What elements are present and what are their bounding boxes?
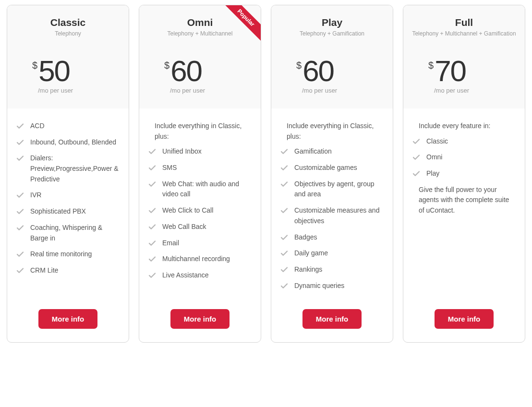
price-value: 50 (38, 56, 70, 86)
feature-item: Web Chat: with audio and video call (148, 179, 252, 200)
feature-text: SMS (162, 163, 252, 173)
card-body: ACDInbound, Outbound, BlendedDialers: Pr… (7, 108, 129, 305)
plan-subtitle: Telephony + Gamification (280, 30, 384, 37)
check-icon (16, 224, 24, 232)
plan-name: Play (280, 17, 384, 28)
feature-item: Dynamic queries (280, 281, 384, 291)
check-icon (16, 122, 24, 131)
feature-text: Web Call Back (162, 222, 252, 232)
feature-text: Web Chat: with audio and video call (162, 179, 252, 200)
currency-symbol: $ (428, 60, 434, 71)
check-icon (148, 164, 157, 172)
feature-text: Unified Inbox (162, 146, 252, 157)
more-info-button[interactable]: More info (302, 309, 362, 329)
plan-name: Full (412, 17, 516, 28)
feature-text: Rankings (294, 264, 384, 275)
card-footer: More info (403, 305, 525, 342)
plan-subtitle: Telephony + Multichannel + Gamification (412, 30, 516, 37)
feature-item: SMS (148, 163, 252, 173)
check-icon (412, 137, 421, 146)
price-period: /mo per user (280, 87, 384, 94)
feature-item: Objectives by agent, group and area (280, 179, 384, 200)
check-icon (412, 153, 421, 162)
check-icon (16, 154, 24, 163)
feature-item: Real time monitoring (16, 249, 120, 260)
price-period: /mo per user (412, 87, 516, 94)
feature-item: Web Click to Call (148, 205, 252, 216)
feature-text: Sophisticated PBX (30, 206, 120, 217)
plan-subtitle: Telephony + Multichannel (148, 30, 252, 37)
feature-item: Multichannel recording (148, 254, 252, 264)
check-icon (280, 233, 289, 242)
check-icon (16, 191, 24, 200)
currency-symbol: $ (296, 60, 302, 71)
check-icon (280, 282, 289, 290)
plan-intro: Include everything in Classic, plus: (155, 121, 252, 142)
more-info-button[interactable]: More info (38, 309, 98, 329)
pricing-card-full: FullTelephony + Multichannel + Gamificat… (403, 5, 525, 343)
more-info-button[interactable]: More info (170, 309, 230, 329)
price-period: /mo per user (148, 87, 252, 94)
price-row: $70 (412, 56, 516, 86)
feature-text: ACD (30, 121, 120, 132)
check-icon (148, 206, 157, 215)
plan-name: Classic (16, 17, 120, 28)
price-value: 60 (302, 56, 334, 86)
feature-text: Customizable measures and objectives (294, 205, 384, 226)
feature-item: Web Call Back (148, 222, 252, 232)
feature-item: IVR (16, 190, 120, 201)
feature-item: Email (148, 238, 252, 249)
check-icon (280, 164, 289, 172)
check-icon (280, 180, 289, 189)
feature-item: Live Assistance (148, 270, 252, 281)
feature-text: CRM Lite (30, 265, 120, 276)
feature-item: Play (412, 168, 516, 179)
feature-text: Coaching, Whispering & Barge in (30, 223, 120, 243)
feature-text: Dynamic queries (294, 281, 384, 291)
feature-item: Customizable measures and objectives (280, 205, 384, 226)
plan-intro: Include every feature in: (419, 121, 516, 132)
card-header: ClassicTelephony$50/mo per user (7, 5, 129, 108)
feature-text: Email (162, 238, 252, 249)
card-footer: More info (271, 305, 393, 342)
card-body: Include everything in Classic, plus:Unif… (139, 108, 261, 305)
card-body: Include every feature in:ClassicOmniPlay… (403, 108, 525, 305)
feature-text: Web Click to Call (162, 205, 252, 216)
feature-item: Dialers: Preview,Progressive,Power & Pre… (16, 153, 120, 184)
check-icon (16, 266, 24, 275)
card-footer: More info (139, 305, 261, 342)
card-header: FullTelephony + Multichannel + Gamificat… (403, 5, 525, 108)
price-row: $50 (16, 56, 120, 86)
feature-text: Objectives by agent, group and area (294, 179, 384, 200)
feature-item: CRM Lite (16, 265, 120, 276)
check-icon (16, 250, 24, 259)
pricing-card-play: PlayTelephony + Gamification$60/mo per u… (271, 5, 393, 343)
price-row: $60 (280, 56, 384, 86)
feature-text: Real time monitoring (30, 249, 120, 260)
check-icon (148, 147, 157, 156)
price-period: /mo per user (16, 87, 120, 94)
plan-outro: Give the full power to your agents with … (419, 185, 516, 216)
feature-item: Badges (280, 232, 384, 243)
feature-text: Omni (426, 152, 516, 163)
check-icon (280, 147, 289, 156)
pricing-card-classic: ClassicTelephony$50/mo per userACDInboun… (7, 5, 129, 343)
currency-symbol: $ (164, 60, 169, 71)
feature-item: Inbound, Outbound, Blended (16, 137, 120, 148)
check-icon (280, 249, 289, 258)
card-header: PlayTelephony + Gamification$60/mo per u… (271, 5, 393, 108)
feature-text: IVR (30, 190, 120, 201)
feature-text: Live Assistance (162, 270, 252, 281)
check-icon (280, 265, 289, 274)
check-icon (412, 169, 421, 178)
more-info-button[interactable]: More info (435, 309, 494, 329)
feature-item: Gamification (280, 146, 384, 157)
check-icon (148, 255, 157, 263)
feature-text: Customizable games (294, 163, 384, 173)
plan-subtitle: Telephony (16, 30, 120, 37)
check-icon (148, 223, 157, 231)
check-icon (16, 207, 24, 216)
currency-symbol: $ (32, 60, 37, 71)
feature-item: Rankings (280, 264, 384, 275)
price-value: 70 (435, 56, 466, 86)
